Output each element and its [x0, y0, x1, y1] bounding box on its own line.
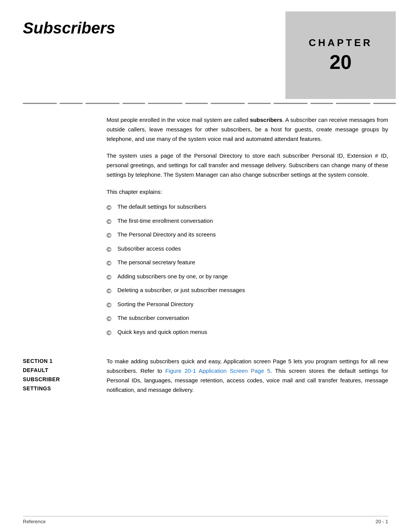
bullet-icon-10: © [107, 328, 112, 338]
dash-1 [23, 103, 57, 104]
chapter-number: 20 [330, 51, 352, 73]
list-item: © The personal secretary feature [107, 258, 388, 268]
bullet-text-2: The first-time enrollment conversation [118, 217, 213, 225]
section-label: Section 1 Default Subscriber Settings [23, 357, 107, 395]
section-line-2: Default [23, 366, 99, 375]
bullet-text-8: Sorting the Personal Directory [118, 300, 194, 309]
list-item: © Sorting the Personal Directory [107, 300, 388, 310]
bullet-text-9: The subscriber conversation [118, 314, 189, 323]
dash-4 [123, 103, 145, 104]
dash-11 [336, 103, 370, 104]
bullet-icon-9: © [107, 314, 112, 324]
bullet-icon-4: © [107, 245, 112, 255]
bullet-text-3: The Personal Directory and its screens [118, 230, 216, 239]
section-line-3: Subscriber [23, 375, 99, 384]
dash-12 [373, 103, 396, 104]
divider [0, 103, 411, 104]
list-item: © The first-time enrollment conversation [107, 217, 388, 227]
dash-5 [148, 103, 182, 104]
dash-8 [248, 103, 270, 104]
header: Subscribers Chapter 20 [0, 0, 411, 99]
chapter-label: Chapter [309, 37, 373, 49]
footer-left: Reference [23, 519, 46, 524]
list-item: © The default settings for subscribers [107, 203, 388, 213]
footer: Reference 20 - 1 [23, 516, 388, 524]
bullet-text-4: Subscriber access codes [118, 244, 181, 253]
right-content: Most people enrolled in the voice mail s… [107, 115, 388, 349]
dash-7 [211, 103, 245, 104]
section-text: To make adding subscribers quick and eas… [107, 357, 388, 395]
chapter-box: Chapter 20 [285, 11, 396, 99]
list-item: © The subscriber conversation [107, 314, 388, 324]
page-container: Subscribers Chapter 20 Most people enrol… [0, 0, 411, 532]
bullet-icon-1: © [107, 203, 112, 213]
footer-right: 20 - 1 [376, 519, 388, 524]
left-sidebar [23, 115, 107, 349]
bullet-icon-6: © [107, 273, 112, 283]
dash-10 [311, 103, 333, 104]
list-item: © The Personal Directory and its screens [107, 230, 388, 241]
bullet-icon-2: © [107, 217, 112, 227]
dash-3 [86, 103, 119, 104]
bullet-text-6: Adding subscribers one by one, or by ran… [118, 272, 228, 281]
section-area: Section 1 Default Subscriber Settings To… [23, 357, 388, 395]
paragraph-1: Most people enrolled in the voice mail s… [107, 115, 388, 144]
bullet-icon-3: © [107, 231, 112, 241]
section-line-4: Settings [23, 384, 99, 393]
dash-2 [60, 103, 82, 104]
bullet-text-10: Quick keys and quick option menus [118, 328, 207, 337]
bullet-text-5: The personal secretary feature [118, 258, 195, 267]
bullet-list: © The default settings for subscribers ©… [107, 203, 388, 338]
bullet-icon-8: © [107, 300, 112, 310]
bold-subscribers: subscribers [250, 117, 282, 123]
list-item: © Subscriber access codes [107, 244, 388, 255]
main-body: Most people enrolled in the voice mail s… [23, 115, 388, 349]
paragraph-2: The system uses a page of the Personal D… [107, 151, 388, 179]
bullet-text-1: The default settings for subscribers [118, 203, 206, 211]
bullet-icon-7: © [107, 286, 112, 296]
list-item: © Deleting a subscriber, or just subscri… [107, 286, 388, 296]
chapter-explains: This chapter explains: [107, 187, 388, 197]
page-title: Subscribers [23, 11, 115, 37]
dash-6 [185, 103, 208, 104]
bullet-icon-5: © [107, 259, 112, 268]
bullet-text-7: Deleting a subscriber, or just subscribe… [118, 286, 245, 295]
list-item: © Adding subscribers one by one, or by r… [107, 272, 388, 283]
dash-9 [274, 103, 307, 104]
list-item: © Quick keys and quick option menus [107, 328, 388, 338]
figure-link[interactable]: Figure 20-1 Application Screen Page 5 [165, 367, 270, 374]
section-line-1: Section 1 [23, 357, 99, 366]
main-content: Most people enrolled in the voice mail s… [0, 115, 411, 395]
